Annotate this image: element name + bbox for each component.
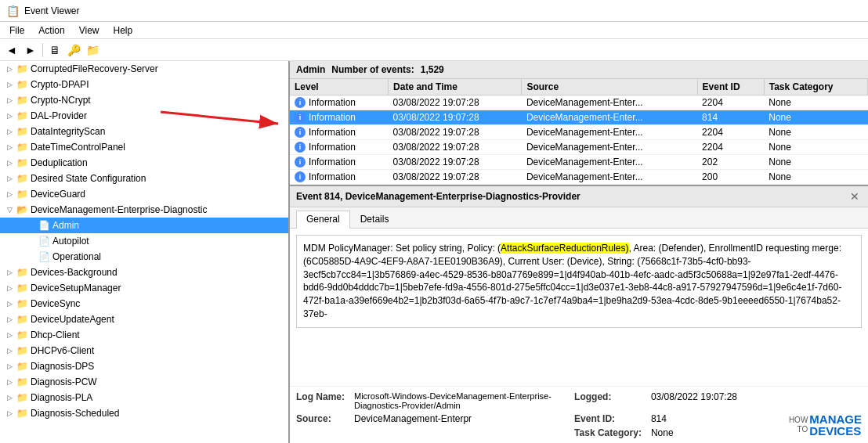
source-label: Source: [296, 413, 345, 424]
level-text: Information [309, 157, 356, 167]
detail-panel: Event 814, DeviceManagement-Enterprise-D… [290, 186, 868, 443]
source-value: DeviceManagement-Enterpr [354, 413, 565, 424]
event-task-cell: None [764, 110, 867, 125]
tree-label-devupdate: DeviceUpdateAgent [31, 314, 114, 325]
tree-item-dhcpv6[interactable]: ▷ 📁 DHCPv6-Client [0, 343, 288, 358]
col-source[interactable]: Source [522, 79, 697, 95]
tree-item-diag-pcw[interactable]: ▷ 📁 Diagnosis-PCW [0, 374, 288, 390]
event-text-after: , Area: (Defender), EnrollmentID request… [303, 243, 841, 319]
tree-item-crypto-ncrypt[interactable]: ▷ 📁 Crypto-NCrypt [0, 92, 288, 108]
tree-item-datetime[interactable]: ▷ 📁 DateTimeControlPanel [0, 139, 288, 155]
event-id-cell: 202 [697, 155, 764, 170]
toolbar-folder-button[interactable]: 📁 [84, 41, 101, 59]
folder-icon-devbg: 📁 [16, 266, 28, 279]
toolbar-console-button[interactable]: 🖥 [46, 41, 63, 59]
tree-item-devsync[interactable]: ▷ 📁 DeviceSync [0, 296, 288, 312]
log-icon-operational: 📄 [38, 250, 50, 263]
tab-details[interactable]: Details [350, 211, 400, 228]
detail-close-button[interactable]: ✕ [848, 189, 862, 203]
col-datetime[interactable]: Date and Time [389, 79, 522, 95]
event-id-cell: 2204 [697, 125, 764, 140]
tree-item-diag-pla[interactable]: ▷ 📁 Diagnosis-PLA [0, 390, 288, 405]
tree-toggle-corrupted: ▷ [3, 63, 16, 75]
menu-file[interactable]: File [3, 23, 31, 38]
tree-label-dsc: Desired State Configuration [31, 173, 146, 184]
table-row[interactable]: iInformation03/08/2022 19:07:28DeviceMan… [290, 125, 868, 140]
tab-general[interactable]: General [296, 211, 350, 229]
toolbar-separator-1 [42, 43, 43, 57]
toolbar-forward-button[interactable]: ► [22, 41, 39, 59]
title-bar: 📋 Event Viewer [0, 0, 868, 22]
tree-label-datetime: DateTimeControlPanel [31, 142, 125, 153]
col-task[interactable]: Task Category [764, 79, 867, 95]
table-row[interactable]: iInformation03/08/2022 19:07:28DeviceMan… [290, 110, 868, 125]
event-level-cell: iInformation [290, 125, 389, 140]
menu-bar: File Action View Help [0, 22, 868, 39]
tree-item-operational[interactable]: 📄 Operational [0, 249, 288, 265]
tree-label-diag-sched: Diagnosis-Scheduled [31, 408, 119, 419]
tree-item-dal[interactable]: ▷ 📁 DAL-Provider [0, 108, 288, 124]
table-row[interactable]: iInformation03/08/2022 19:07:28DeviceMan… [290, 140, 868, 155]
event-id-label: Event ID: [574, 413, 642, 424]
info-icon: i [295, 112, 306, 123]
tree-label-deviceguard: DeviceGuard [31, 189, 85, 200]
tree-item-diag-sched[interactable]: ▷ 📁 Diagnosis-Scheduled [0, 405, 288, 421]
tree-item-devupdate[interactable]: ▷ 📁 DeviceUpdateAgent [0, 312, 288, 327]
tree-label-dal: DAL-Provider [31, 110, 87, 121]
event-id-cell: 2204 [697, 140, 764, 155]
tree-item-crypto-dpapi[interactable]: ▷ 📁 Crypto-DPAPI [0, 77, 288, 92]
tree-toggle-datainteg: ▷ [3, 125, 16, 138]
tree-label-admin: Admin [52, 220, 79, 231]
tree-item-admin[interactable]: 📄 Admin [0, 218, 288, 233]
menu-action[interactable]: Action [32, 23, 71, 38]
event-source-cell: DeviceManagement-Enter... [522, 140, 697, 155]
table-row[interactable]: iInformation03/08/2022 19:07:28DeviceMan… [290, 170, 868, 185]
tree-item-diag-dps[interactable]: ▷ 📁 Diagnosis-DPS [0, 358, 288, 374]
folder-icon-devsync: 📁 [16, 297, 28, 310]
event-level-cell: iInformation [290, 155, 389, 170]
tree-label-dedup: Deduplication [31, 157, 88, 168]
col-eventid[interactable]: Event ID [697, 79, 764, 95]
tree-label-corrupted: CorruptedFileRecovery-Server [31, 63, 158, 74]
info-icon: i [295, 142, 306, 153]
tree-label-dhcpv6: DHCPv6-Client [31, 345, 94, 356]
event-datetime-cell: 03/08/2022 19:07:28 [389, 110, 522, 125]
toolbar-key-button[interactable]: 🔑 [65, 41, 82, 59]
tree-item-dedup[interactable]: ▷ 📁 Deduplication [0, 155, 288, 171]
tree-item-dhcp[interactable]: ▷ 📁 Dhcp-Client [0, 327, 288, 343]
tree-toggle-diag-sched: ▷ [3, 407, 16, 420]
folder-icon-datainteg: 📁 [16, 125, 28, 138]
tree-item-devmgmt[interactable]: ▽ 📂 DeviceManagement-Enterprise-Diagnost… [0, 202, 288, 218]
menu-help[interactable]: Help [107, 23, 139, 38]
folder-icon-dhcpv6: 📁 [16, 344, 28, 357]
toolbar-back-button[interactable]: ◄ [3, 41, 20, 59]
menu-view[interactable]: View [73, 23, 106, 38]
tree-item-devbg[interactable]: ▷ 📁 Devices-Background [0, 265, 288, 280]
folder-icon-dhcp: 📁 [16, 329, 28, 341]
app-icon: 📋 [6, 5, 20, 17]
event-task-cell: None [764, 140, 867, 155]
detail-header: Event 814, DeviceManagement-Enterprise-D… [290, 186, 868, 207]
table-row[interactable]: iInformation03/08/2022 19:07:28DeviceMan… [290, 95, 868, 110]
col-level[interactable]: Level [290, 79, 389, 95]
tree-item-autopilot[interactable]: 📄 Autopilot [0, 233, 288, 249]
tree-item-deviceguard[interactable]: ▷ 📁 DeviceGuard [0, 186, 288, 202]
tree-toggle-diag-dps: ▷ [3, 360, 16, 373]
table-row[interactable]: iInformation03/08/2022 19:07:28DeviceMan… [290, 155, 868, 170]
folder-icon-deviceguard: 📁 [16, 188, 28, 200]
tree-toggle-operational [25, 250, 38, 263]
tree-item-dsc[interactable]: ▷ 📁 Desired State Configuration [0, 171, 288, 186]
tree-item-datainteg[interactable]: ▷ 📁 DataIntegrityScan [0, 124, 288, 139]
event-text-before: MDM PolicyManager: Set policy string, Po… [303, 243, 501, 254]
event-id-cell: 814 [697, 110, 764, 125]
tree-item-corrupted[interactable]: ▷ 📁 CorruptedFileRecovery-Server [0, 61, 288, 77]
level-text: Information [309, 112, 356, 123]
logged-value: 03/08/2022 19:07:28 [651, 391, 862, 410]
level-text: Information [309, 142, 356, 153]
tree-item-devsetup[interactable]: ▷ 📁 DeviceSetupManager [0, 280, 288, 296]
tree-toggle-dsc: ▷ [3, 172, 16, 185]
folder-icon-diag-dps: 📁 [16, 360, 28, 373]
brand-manage-devices: MANAGE DEVICES [809, 413, 862, 437]
event-source-cell: DeviceManagement-Enter... [522, 170, 697, 185]
event-datetime-cell: 03/08/2022 19:07:28 [389, 155, 522, 170]
